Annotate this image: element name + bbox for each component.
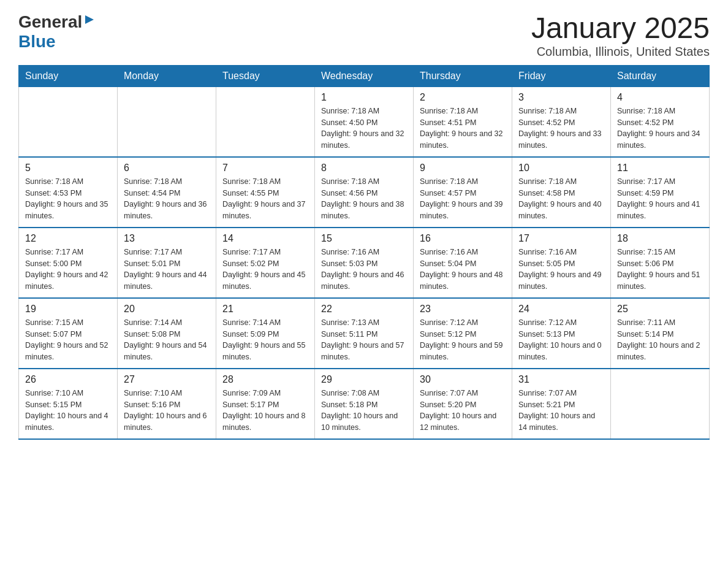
calendar-cell: 5Sunrise: 7:18 AM Sunset: 4:53 PM Daylig… xyxy=(19,157,118,228)
day-number: 24 xyxy=(518,304,604,315)
calendar-cell xyxy=(118,86,216,157)
day-info: Sunrise: 7:14 AM Sunset: 5:08 PM Dayligh… xyxy=(124,317,210,363)
calendar-cell: 12Sunrise: 7:17 AM Sunset: 5:00 PM Dayli… xyxy=(19,228,118,298)
day-info: Sunrise: 7:16 AM Sunset: 5:04 PM Dayligh… xyxy=(420,247,506,293)
day-info: Sunrise: 7:18 AM Sunset: 4:58 PM Dayligh… xyxy=(518,176,604,222)
calendar-cell xyxy=(216,86,315,157)
day-number: 17 xyxy=(518,233,604,244)
page-header: General Blue January 2025 Columbia, Illi… xyxy=(18,12,710,59)
day-number: 6 xyxy=(124,163,210,174)
day-info: Sunrise: 7:18 AM Sunset: 4:57 PM Dayligh… xyxy=(420,176,506,222)
svg-marker-0 xyxy=(85,15,94,24)
day-number: 20 xyxy=(124,304,210,315)
day-number: 22 xyxy=(321,304,407,315)
calendar-cell: 18Sunrise: 7:15 AM Sunset: 5:06 PM Dayli… xyxy=(611,228,710,298)
day-number: 27 xyxy=(124,374,210,385)
header-saturday: Saturday xyxy=(611,65,710,86)
calendar-cell xyxy=(611,369,710,439)
calendar-cell: 15Sunrise: 7:16 AM Sunset: 5:03 PM Dayli… xyxy=(315,228,414,298)
calendar-cell: 26Sunrise: 7:10 AM Sunset: 5:15 PM Dayli… xyxy=(19,369,118,439)
calendar-cell: 6Sunrise: 7:18 AM Sunset: 4:54 PM Daylig… xyxy=(118,157,216,228)
calendar-cell: 3Sunrise: 7:18 AM Sunset: 4:52 PM Daylig… xyxy=(512,86,611,157)
day-info: Sunrise: 7:18 AM Sunset: 4:55 PM Dayligh… xyxy=(222,176,308,222)
header-monday: Monday xyxy=(118,65,216,86)
calendar-week-row: 26Sunrise: 7:10 AM Sunset: 5:15 PM Dayli… xyxy=(19,369,710,439)
day-info: Sunrise: 7:12 AM Sunset: 5:12 PM Dayligh… xyxy=(420,317,506,363)
calendar-cell: 21Sunrise: 7:14 AM Sunset: 5:09 PM Dayli… xyxy=(216,298,315,369)
calendar-cell: 14Sunrise: 7:17 AM Sunset: 5:02 PM Dayli… xyxy=(216,228,315,298)
calendar-cell: 22Sunrise: 7:13 AM Sunset: 5:11 PM Dayli… xyxy=(315,298,414,369)
calendar-cell: 13Sunrise: 7:17 AM Sunset: 5:01 PM Dayli… xyxy=(118,228,216,298)
day-info: Sunrise: 7:17 AM Sunset: 5:01 PM Dayligh… xyxy=(124,247,210,293)
day-number: 19 xyxy=(25,304,111,315)
logo: General Blue xyxy=(18,12,95,52)
day-number: 10 xyxy=(518,163,604,174)
calendar-week-row: 12Sunrise: 7:17 AM Sunset: 5:00 PM Dayli… xyxy=(19,228,710,298)
header-friday: Friday xyxy=(512,65,611,86)
calendar-cell: 9Sunrise: 7:18 AM Sunset: 4:57 PM Daylig… xyxy=(414,157,512,228)
day-number: 23 xyxy=(420,304,506,315)
calendar-cell: 8Sunrise: 7:18 AM Sunset: 4:56 PM Daylig… xyxy=(315,157,414,228)
day-number: 26 xyxy=(25,374,111,385)
calendar-cell: 2Sunrise: 7:18 AM Sunset: 4:51 PM Daylig… xyxy=(414,86,512,157)
day-info: Sunrise: 7:14 AM Sunset: 5:09 PM Dayligh… xyxy=(222,317,308,363)
day-number: 3 xyxy=(518,92,604,103)
calendar-cell: 28Sunrise: 7:09 AM Sunset: 5:17 PM Dayli… xyxy=(216,369,315,439)
day-info: Sunrise: 7:16 AM Sunset: 5:03 PM Dayligh… xyxy=(321,247,407,293)
header-thursday: Thursday xyxy=(414,65,512,86)
calendar-cell: 29Sunrise: 7:08 AM Sunset: 5:18 PM Dayli… xyxy=(315,369,414,439)
header-tuesday: Tuesday xyxy=(216,65,315,86)
day-info: Sunrise: 7:15 AM Sunset: 5:07 PM Dayligh… xyxy=(25,317,111,363)
day-number: 15 xyxy=(321,233,407,244)
day-number: 21 xyxy=(222,304,308,315)
header-wednesday: Wednesday xyxy=(315,65,414,86)
calendar-cell: 19Sunrise: 7:15 AM Sunset: 5:07 PM Dayli… xyxy=(19,298,118,369)
day-number: 25 xyxy=(617,304,703,315)
day-info: Sunrise: 7:07 AM Sunset: 5:20 PM Dayligh… xyxy=(420,388,506,434)
calendar-cell: 30Sunrise: 7:07 AM Sunset: 5:20 PM Dayli… xyxy=(414,369,512,439)
day-number: 4 xyxy=(617,92,703,103)
day-number: 30 xyxy=(420,374,506,385)
day-info: Sunrise: 7:17 AM Sunset: 5:00 PM Dayligh… xyxy=(25,247,111,293)
day-info: Sunrise: 7:16 AM Sunset: 5:05 PM Dayligh… xyxy=(518,247,604,293)
day-info: Sunrise: 7:07 AM Sunset: 5:21 PM Dayligh… xyxy=(518,388,604,434)
day-info: Sunrise: 7:18 AM Sunset: 4:54 PM Dayligh… xyxy=(124,176,210,222)
calendar-cell: 23Sunrise: 7:12 AM Sunset: 5:12 PM Dayli… xyxy=(414,298,512,369)
day-number: 11 xyxy=(617,163,703,174)
calendar-cell: 17Sunrise: 7:16 AM Sunset: 5:05 PM Dayli… xyxy=(512,228,611,298)
calendar-table: SundayMondayTuesdayWednesdayThursdayFrid… xyxy=(18,65,710,440)
day-info: Sunrise: 7:10 AM Sunset: 5:15 PM Dayligh… xyxy=(25,388,111,434)
day-number: 1 xyxy=(321,92,407,103)
logo-blue-text: Blue xyxy=(18,32,56,52)
calendar-week-row: 19Sunrise: 7:15 AM Sunset: 5:07 PM Dayli… xyxy=(19,298,710,369)
day-number: 13 xyxy=(124,233,210,244)
calendar-cell: 31Sunrise: 7:07 AM Sunset: 5:21 PM Dayli… xyxy=(512,369,611,439)
logo-arrow-icon xyxy=(84,14,95,28)
day-info: Sunrise: 7:18 AM Sunset: 4:51 PM Dayligh… xyxy=(420,105,506,151)
logo-general-text: General xyxy=(18,12,82,32)
day-number: 18 xyxy=(617,233,703,244)
calendar-week-row: 1Sunrise: 7:18 AM Sunset: 4:50 PM Daylig… xyxy=(19,86,710,157)
day-info: Sunrise: 7:18 AM Sunset: 4:56 PM Dayligh… xyxy=(321,176,407,222)
calendar-cell: 25Sunrise: 7:11 AM Sunset: 5:14 PM Dayli… xyxy=(611,298,710,369)
day-info: Sunrise: 7:09 AM Sunset: 5:17 PM Dayligh… xyxy=(222,388,308,434)
day-number: 8 xyxy=(321,163,407,174)
day-info: Sunrise: 7:18 AM Sunset: 4:52 PM Dayligh… xyxy=(617,105,703,151)
day-number: 2 xyxy=(420,92,506,103)
calendar-cell xyxy=(19,86,118,157)
calendar-cell: 24Sunrise: 7:12 AM Sunset: 5:13 PM Dayli… xyxy=(512,298,611,369)
day-number: 31 xyxy=(518,374,604,385)
day-number: 16 xyxy=(420,233,506,244)
day-number: 5 xyxy=(25,163,111,174)
calendar-cell: 11Sunrise: 7:17 AM Sunset: 4:59 PM Dayli… xyxy=(611,157,710,228)
calendar-cell: 16Sunrise: 7:16 AM Sunset: 5:04 PM Dayli… xyxy=(414,228,512,298)
calendar-cell: 27Sunrise: 7:10 AM Sunset: 5:16 PM Dayli… xyxy=(118,369,216,439)
title-block: January 2025 Columbia, Illinois, United … xyxy=(531,12,710,59)
calendar-cell: 4Sunrise: 7:18 AM Sunset: 4:52 PM Daylig… xyxy=(611,86,710,157)
calendar-cell: 20Sunrise: 7:14 AM Sunset: 5:08 PM Dayli… xyxy=(118,298,216,369)
calendar-header-row: SundayMondayTuesdayWednesdayThursdayFrid… xyxy=(19,65,710,86)
day-info: Sunrise: 7:18 AM Sunset: 4:50 PM Dayligh… xyxy=(321,105,407,151)
day-number: 14 xyxy=(222,233,308,244)
day-info: Sunrise: 7:08 AM Sunset: 5:18 PM Dayligh… xyxy=(321,388,407,434)
calendar-cell: 7Sunrise: 7:18 AM Sunset: 4:55 PM Daylig… xyxy=(216,157,315,228)
